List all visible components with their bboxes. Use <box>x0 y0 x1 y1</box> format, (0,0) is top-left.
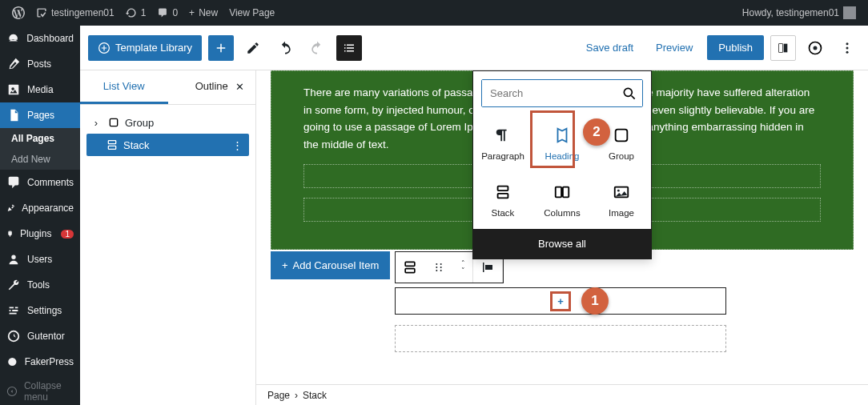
admin-sidebar: Dashboard Posts Media Pages All Pages Ad… <box>0 26 80 405</box>
view-button[interactable] <box>770 35 796 61</box>
inserter-columns[interactable]: Columns <box>532 172 592 229</box>
menu-label: Dashboard <box>26 33 74 44</box>
plugin-badge: 1 <box>61 230 74 239</box>
inserter-label: Image <box>595 208 648 218</box>
move-arrows[interactable]: ˄˅ <box>453 252 472 283</box>
dashed-appender[interactable] <box>395 325 726 352</box>
menu-gutentor[interactable]: Gutentor <box>0 323 80 349</box>
editor-canvas[interactable]: There are many variations of passages of… <box>256 70 868 405</box>
tree-label: Group <box>125 117 154 129</box>
updates-indicator[interactable]: 1 <box>120 0 152 26</box>
close-panel-button[interactable]: ✕ <box>230 77 249 96</box>
list-view-panel: List View Outline ✕ ›Group Stack⋮ <box>80 70 256 405</box>
block-appender[interactable]: + <box>395 287 726 315</box>
new-label: New <box>199 7 218 18</box>
menu-fakerpress[interactable]: FakerPress <box>0 349 80 375</box>
menu-settings[interactable]: Settings <box>0 298 80 323</box>
breadcrumb-sep: › <box>295 390 298 401</box>
menu-collapse[interactable]: Collapse menu <box>0 375 80 405</box>
menu-posts[interactable]: Posts <box>0 51 80 77</box>
edit-tool-button[interactable] <box>240 35 266 61</box>
svg-point-9 <box>846 46 849 49</box>
inserter-image[interactable]: Image <box>592 172 651 229</box>
menu-label: Plugins <box>20 228 51 239</box>
preview-button[interactable]: Preview <box>648 35 701 60</box>
breadcrumb-stack[interactable]: Stack <box>303 390 327 401</box>
add-block-button[interactable] <box>208 35 234 61</box>
annotation-badge-2: 2 <box>583 118 610 146</box>
tab-list-view[interactable]: List View <box>80 70 168 104</box>
svg-point-8 <box>846 42 849 45</box>
menu-label: FakerPress <box>25 356 74 367</box>
svg-rect-15 <box>405 269 415 273</box>
item-options-button[interactable]: ⋮ <box>232 139 243 151</box>
drag-handle[interactable] <box>424 252 453 283</box>
site-name-label: testingemen01 <box>51 7 115 18</box>
menu-comments[interactable]: Comments <box>0 170 80 195</box>
publish-button[interactable]: Publish <box>707 35 764 60</box>
chevron-down-icon[interactable]: ˅ <box>461 267 465 275</box>
view-label: View Page <box>229 7 275 18</box>
inserter-stack[interactable]: Stack <box>473 172 532 229</box>
svg-rect-12 <box>108 141 115 144</box>
updates-count: 1 <box>141 7 147 18</box>
view-page[interactable]: View Page <box>223 0 280 26</box>
block-tree: ›Group Stack⋮ <box>80 105 255 162</box>
template-library-button[interactable]: Template Library <box>88 35 202 61</box>
browse-all-button[interactable]: Browse all <box>473 229 651 259</box>
menu-label: Appearance <box>22 202 74 214</box>
menu-dashboard[interactable]: Dashboard <box>0 26 80 51</box>
avatar <box>843 6 856 19</box>
menu-label: Posts <box>27 58 51 70</box>
redo-button[interactable] <box>304 35 330 61</box>
wp-logo[interactable] <box>6 0 30 26</box>
search-icon <box>621 86 637 102</box>
inserter-label: Columns <box>536 208 589 218</box>
search-box <box>481 79 643 107</box>
svg-point-1 <box>8 358 16 366</box>
svg-point-19 <box>440 267 442 268</box>
options-button[interactable] <box>834 35 860 61</box>
plus-icon[interactable]: + <box>550 291 571 311</box>
inserter-label: Heading <box>536 151 589 161</box>
save-draft-button[interactable]: Save draft <box>578 35 641 60</box>
menu-label: Gutentor <box>27 331 65 342</box>
svg-rect-26 <box>556 187 561 198</box>
svg-rect-24 <box>498 186 508 191</box>
inserter-paragraph[interactable]: Paragraph <box>473 115 532 172</box>
menu-label: Users <box>27 254 52 265</box>
undo-button[interactable] <box>272 35 298 61</box>
comments-indicator[interactable]: 0 <box>151 0 183 26</box>
list-view-toggle[interactable] <box>336 35 362 61</box>
menu-media[interactable]: Media <box>0 77 80 102</box>
template-lib-label: Template Library <box>115 42 192 54</box>
menu-label: Collapse menu <box>24 380 74 403</box>
block-inserter-popover: Paragraph Heading Group Stack Columns Im… <box>472 70 652 259</box>
tree-item-group[interactable]: ›Group <box>83 111 252 134</box>
gutentor-settings-button[interactable] <box>802 35 828 61</box>
breadcrumb-page[interactable]: Page <box>267 390 290 401</box>
svg-rect-13 <box>108 146 115 149</box>
menu-users[interactable]: Users <box>0 247 80 272</box>
tree-label: Stack <box>123 139 150 151</box>
add-carousel-button[interactable]: +Add Carousel Item <box>271 251 390 279</box>
menu-tools[interactable]: Tools <box>0 272 80 298</box>
svg-point-29 <box>617 190 620 192</box>
site-name[interactable]: testingemen01 <box>30 0 120 26</box>
search-input[interactable] <box>482 80 642 106</box>
block-type-button[interactable] <box>396 252 424 283</box>
plus-icon: + <box>282 259 288 271</box>
howdy-account[interactable]: Howdy, testingemen01 <box>737 0 862 26</box>
inserter-heading[interactable]: Heading <box>532 115 592 172</box>
menu-appearance[interactable]: Appearance <box>0 195 80 221</box>
new-content[interactable]: +New <box>183 0 223 26</box>
svg-point-18 <box>436 267 437 268</box>
submenu-add-new[interactable]: Add New <box>0 149 80 170</box>
menu-label: Comments <box>27 177 74 188</box>
submenu-all-pages[interactable]: All Pages <box>0 128 80 149</box>
menu-pages[interactable]: Pages <box>0 102 80 128</box>
svg-rect-27 <box>563 187 569 198</box>
menu-plugins[interactable]: Plugins1 <box>0 221 80 247</box>
tree-item-stack[interactable]: Stack⋮ <box>86 134 249 156</box>
chevron-right-icon[interactable]: › <box>90 117 102 129</box>
